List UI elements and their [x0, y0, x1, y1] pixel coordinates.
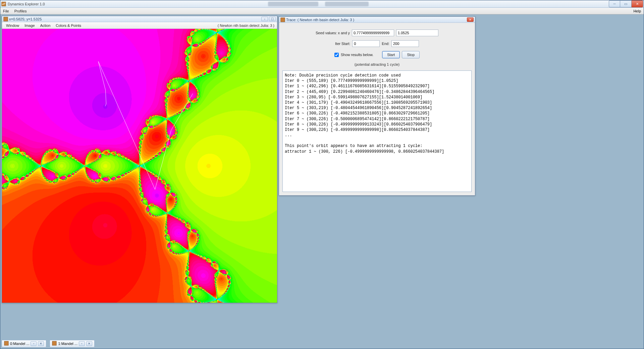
minimize-button[interactable]: ─: [609, 0, 620, 7]
menu-profiles[interactable]: Profiles: [12, 9, 30, 13]
fractal-window-titlebar[interactable]: x=0.5825; y=1.5325 ▫ ☐: [2, 16, 277, 22]
seed-label: Seed values: x and y: [316, 31, 350, 35]
maximize-button[interactable]: ▭: [620, 0, 632, 7]
trace-close-button[interactable]: ✕: [467, 17, 474, 22]
fractal-canvas[interactable]: [2, 29, 277, 303]
svg-rect-4: [52, 341, 56, 345]
main-window: Dynamics Explorer 1.0 ─ ▭ ✕ File Profile…: [0, 0, 644, 349]
seed-x-input[interactable]: [352, 30, 394, 36]
mdi-client-area: x=0.5825; y=1.5325 ▫ ☐ Window Image Acti…: [0, 14, 644, 349]
taskbar-item-0[interactable]: 0:Mandel ... ▫ ✕: [2, 340, 46, 347]
fractal-menu-action[interactable]: Action: [38, 23, 53, 28]
show-results-label: Show results below.: [341, 53, 373, 57]
fractal-maximize-button[interactable]: ☐: [269, 17, 276, 21]
iter-end-label: End:: [382, 42, 389, 46]
fractal-window-icon: [3, 17, 8, 21]
fractal-menu-colors[interactable]: Colors & Points: [53, 23, 84, 28]
title-bar: Dynamics Explorer 1.0 ─ ▭ ✕: [0, 0, 644, 8]
stop-button[interactable]: Stop: [402, 51, 420, 58]
fractal-title-right: ( Newton nth basin detect Julia: 3 ): [216, 23, 276, 28]
trace-title: Trace: ( Newton nth basin detect Julia: …: [286, 18, 467, 22]
taskbar-close-icon[interactable]: ✕: [86, 341, 92, 346]
taskbar-item-icon: [52, 341, 57, 346]
taskbar-restore-icon[interactable]: ▫: [31, 341, 37, 346]
taskbar-item-1[interactable]: 1:Mandel ... ▫ ✕: [50, 340, 94, 347]
trace-body: Seed values: x and y Iter Start: End: Sh…: [279, 23, 475, 195]
taskbar-item-icon: [4, 341, 9, 346]
menu-file[interactable]: File: [0, 9, 12, 13]
fractal-menu-image[interactable]: Image: [22, 23, 38, 28]
svg-rect-1: [4, 17, 8, 21]
taskbar-item-label: 1:Mandel ...: [58, 342, 77, 346]
close-button[interactable]: ✕: [632, 0, 643, 7]
menu-help[interactable]: Help: [631, 9, 644, 13]
fractal-coord-label: x=0.5825; y=1.5325: [9, 17, 261, 21]
mdi-taskbar: 0:Mandel ... ▫ ✕ 1:Mandel ... ▫ ✕: [2, 340, 95, 347]
trace-window-titlebar[interactable]: Trace: ( Newton nth basin detect Julia: …: [279, 17, 475, 23]
svg-rect-2: [281, 17, 285, 21]
iter-end-input[interactable]: [391, 40, 419, 47]
trace-results[interactable]: Note: Double precision cycle detection c…: [282, 70, 472, 192]
trace-status: (potential attracting 1 cycle): [282, 62, 472, 66]
taskbar-close-icon[interactable]: ✕: [38, 341, 44, 346]
trace-window: Trace: ( Newton nth basin detect Julia: …: [279, 16, 475, 196]
window-controls: ─ ▭ ✕: [609, 0, 643, 7]
fractal-menu-window[interactable]: Window: [3, 23, 22, 28]
svg-rect-3: [4, 341, 8, 345]
main-menu-bar: File Profiles Help: [0, 8, 644, 14]
seed-y-input[interactable]: [396, 30, 438, 36]
iter-start-label: Iter Start:: [335, 42, 350, 46]
fractal-restore-button[interactable]: ▫: [261, 17, 268, 21]
app-icon: [1, 1, 6, 7]
iter-start-input[interactable]: [352, 40, 380, 47]
trace-window-icon: [280, 17, 285, 22]
fractal-menu-bar: Window Image Action Colors & Points ( Ne…: [2, 22, 277, 29]
show-results-checkbox[interactable]: [334, 53, 339, 57]
fractal-window: x=0.5825; y=1.5325 ▫ ☐ Window Image Acti…: [2, 16, 277, 303]
taskbar-item-label: 0:Mandel ...: [10, 342, 29, 346]
app-title: Dynamics Explorer 1.0: [8, 2, 248, 6]
taskbar-restore-icon[interactable]: ▫: [79, 341, 85, 346]
background-tabs-blur: [268, 2, 369, 6]
start-button[interactable]: Start: [382, 51, 400, 58]
